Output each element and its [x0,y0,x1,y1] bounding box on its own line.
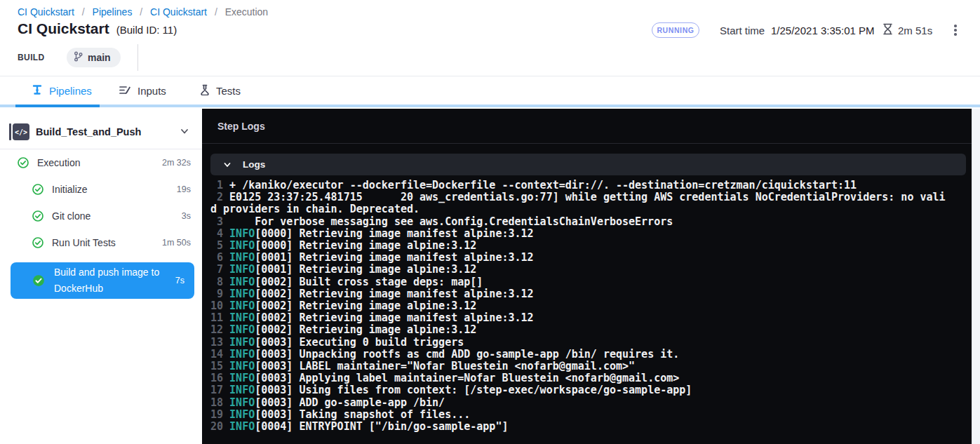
breadcrumb-pipelines[interactable]: Pipelines [93,6,133,18]
log-line-text: E0125 23:37:25.481715 20 aws_credentials… [210,191,946,215]
page-title: CI Quickstart [18,20,109,37]
log-level-tag: INFO [229,420,255,433]
step-duration: 19s [177,184,191,194]
log-level-tag: INFO [229,251,255,264]
log-level-tag: INFO [229,372,255,384]
step-duration: 7s [175,276,184,285]
log-line: 11 INFO[0002] Retrieving image manifest … [210,312,951,324]
header-divider [137,44,138,71]
log-line-number: 15 [210,360,229,372]
log-line-number: 9 [210,288,229,300]
log-line-text: [0003] LABEL maintainer="Nofar Bluestein… [255,360,635,372]
step-duration: 2m 32s [162,158,191,168]
log-line-text: For verbose messaging see aws.Config.Cre… [229,215,673,228]
tab-pipelines[interactable]: Pipelines [32,76,92,105]
step-duration: 3s [182,211,191,221]
step-label: Run Unit Tests [52,237,116,248]
tab-label: Tests [216,85,241,97]
log-line-number: 8 [210,276,229,288]
log-line-number: 17 [210,384,229,396]
sidebar-step-execution[interactable]: Execution2m 32s [0,149,202,176]
more-options-button[interactable] [948,23,962,37]
log-line-number: 4 [210,227,229,240]
sidebar-step-build-and-push-image-to-dockerhub[interactable]: Build and push image to DockerHub7s [11,262,194,299]
log-line-number: 11 [210,311,229,324]
log-line: 9 INFO[0002] Retrieving image manifest a… [210,288,951,300]
chevron-down-icon[interactable] [180,126,189,139]
sidebar-step-git-clone[interactable]: Git clone3s [0,203,202,229]
log-line-number: 5 [210,239,229,252]
log-line: 15 INFO[0003] LABEL maintainer="Nofar Bl… [210,361,951,372]
log-line-text: [0000] Retrieving image manifest alpine:… [255,227,533,240]
step-label: Initialize [52,184,88,195]
build-label: BUILD [18,53,45,62]
branch-tag[interactable]: main [67,48,121,67]
log-line-number: 13 [210,336,229,349]
git-branch-icon [74,51,83,65]
check-circle-icon [32,210,43,222]
log-line: 2 E0125 23:37:25.481715 20 aws_credentia… [210,191,951,215]
log-line-text: [0003] Unpacking rootfs as cmd ADD go-sa… [255,348,679,361]
log-line: 1 + /kaniko/executor --dockerfile=Docker… [210,180,951,191]
log-line: 7 INFO[0001] Retrieving image alpine:3.1… [210,264,951,276]
log-line: 6 INFO[0001] Retrieving image manifest a… [210,252,951,264]
log-line-text: [0001] Retrieving image alpine:3.12 [255,263,476,276]
log-line-text: [0002] Built cross stage deps: map[] [255,276,483,288]
log-level-tag: INFO [229,263,255,276]
breadcrumb-pipeline[interactable]: CI Quickstart [150,6,207,18]
step-label: Build and push image to DockerHub [54,264,165,297]
inputs-icon [119,85,131,97]
log-line-number: 1 [210,179,229,191]
log-line: 20 INFO[0004] ENTRYPOINT ["/bin/go-sampl… [210,421,951,433]
log-level-tag: INFO [229,300,255,312]
tab-inputs[interactable]: Inputs [119,76,166,105]
logs-accordion-header[interactable]: Logs [210,154,966,175]
sidebar-step-initialize[interactable]: Initialize19s [0,176,202,203]
step-logs-title: Step Logs [217,121,265,132]
check-circle-icon [32,237,43,248]
log-line: 17 INFO[0003] Using files from context: … [210,384,951,396]
logs-section-label: Logs [243,159,265,170]
log-line-text: [0002] Retrieving image alpine:3.12 [255,323,476,336]
log-level-tag: INFO [229,336,255,349]
branch-name: main [88,52,111,63]
log-line-text: [0003] Using files from context: [/step-… [255,384,692,396]
log-line-text: [0002] Retrieving image alpine:3.12 [255,300,476,312]
check-circle-icon [32,184,43,195]
tests-flask-icon [200,84,210,97]
step-list: Execution2m 32sInitialize19sGit clone3sR… [0,149,202,299]
log-line: 14 INFO[0003] Unpacking rootfs as cmd AD… [210,349,951,361]
page-scrollbar[interactable] [972,109,980,444]
step-logs-header: Step Logs [202,109,972,144]
stage-name: Build_Test_and_Push [36,126,141,137]
tab-label: Pipelines [49,85,92,97]
breadcrumb-execution: Execution [225,6,268,18]
stage-code-icon: </> [9,123,29,140]
breadcrumb-project[interactable]: CI Quickstart [18,6,74,18]
log-level-tag: INFO [229,360,255,372]
log-level-tag: INFO [229,239,255,252]
log-line-text: [0003] Applying label maintainer=Nofar B… [255,372,679,384]
sidebar-step-run-unit-tests[interactable]: Run Unit Tests1m 50s [0,229,202,256]
start-time-value: 1/25/2021 3:35:01 PM [771,25,875,36]
log-line: 18 INFO[0003] ADD go-sample-app /bin/ [210,397,951,409]
log-output: 1 + /kaniko/executor --dockerfile=Docker… [210,180,951,433]
log-line-text: [0000] Retrieving image alpine:3.12 [255,239,476,252]
title-row: CI Quickstart (Build ID: 11) [18,20,177,37]
log-line: 8 INFO[0002] Built cross stage deps: map… [210,276,951,288]
log-line-number: 12 [210,323,229,336]
log-level-tag: INFO [229,323,255,336]
log-line-text: [0004] ENTRYPOINT ["/bin/go-sample-app"] [255,420,508,433]
log-line-number: 20 [210,420,229,433]
tab-bar: Pipelines Inputs Tests Console View [0,76,980,105]
execution-sidebar: </> Build_Test_and_Push Execution2m 32sI… [0,109,202,444]
stage-header[interactable]: </> Build_Test_and_Push [0,118,202,146]
step-label: Execution [37,157,80,168]
tab-tests[interactable]: Tests [200,76,241,105]
log-line: 19 INFO[0003] Taking snapshot of files..… [210,409,951,421]
chevron-down-icon [223,161,231,169]
log-line: 12 INFO[0002] Retrieving image alpine:3.… [210,324,951,336]
log-line: 4 INFO[0000] Retrieving image manifest a… [210,228,951,240]
log-line: 13 INFO[0003] Executing 0 build triggers [210,337,951,349]
build-id-label: (Build ID: 11) [116,24,177,36]
